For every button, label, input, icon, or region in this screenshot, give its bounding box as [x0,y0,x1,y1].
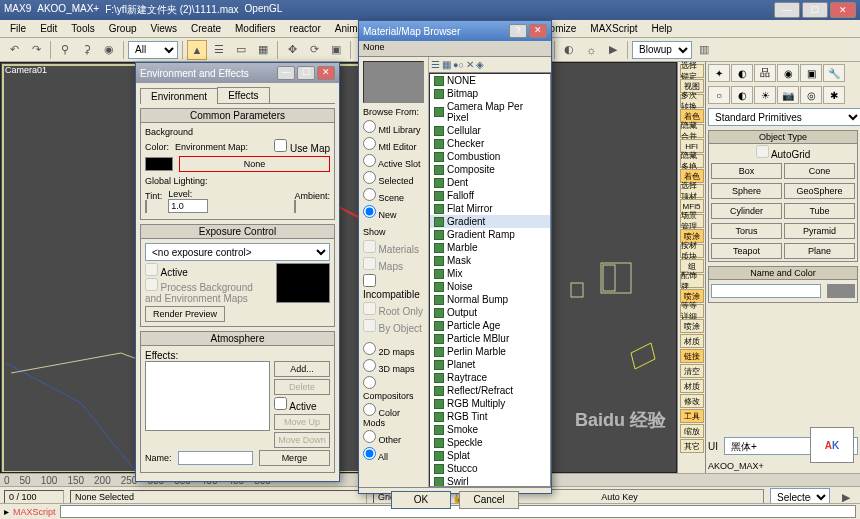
atmosphere-title[interactable]: Atmosphere [141,332,334,346]
mat-item[interactable]: Gradient Ramp [430,228,550,241]
bg-color-swatch[interactable] [145,157,173,171]
move-icon[interactable]: ✥ [282,40,302,60]
browse-mtl-editor[interactable]: Mtl Editor [363,136,424,153]
mat-item[interactable]: Swirl [430,475,550,487]
mat-item[interactable]: Output [430,306,550,319]
menu-tools[interactable]: Tools [65,22,100,35]
mat-item[interactable]: RGB Tint [430,410,550,423]
view-mode-select[interactable]: Blowup [632,41,692,59]
filter-other[interactable]: Other [363,429,424,446]
menu-help[interactable]: Help [646,22,679,35]
small-icons-icon[interactable]: ▦ [442,59,451,70]
prim-plane[interactable]: Plane [784,243,855,259]
autogrid-checkbox[interactable]: AutoGrid [756,149,811,160]
cn-tool-17[interactable]: 喷涂 [680,319,704,333]
moveup-button[interactable]: Move Up [274,414,330,430]
add-effect-button[interactable]: Add... [274,361,330,377]
menu-file[interactable]: File [4,22,32,35]
mat-help-icon[interactable]: ? [509,24,527,38]
lights-icon[interactable]: ☀ [754,86,776,104]
mat-item[interactable]: Stucco [430,462,550,475]
show-materials-check[interactable]: Materials [363,239,424,256]
menu-create[interactable]: Create [185,22,227,35]
browse-scene[interactable]: Scene [363,187,424,204]
cn-tool-16[interactable]: 等等详细 [680,304,704,318]
cn-tool-21[interactable]: 材质 [680,379,704,393]
delete-effect-button[interactable]: Delete [274,379,330,395]
env-map-slot[interactable]: None [179,156,330,172]
helpers-icon[interactable]: ◎ [800,86,822,104]
prim-pyramid[interactable]: Pyramid [784,223,855,239]
exposure-title[interactable]: Exposure Control [141,225,334,239]
effects-list[interactable] [145,361,270,431]
browse-mtl-library[interactable]: Mtl Library [363,119,424,136]
material-editor-icon[interactable]: ◐ [559,40,579,60]
cn-tool-18[interactable]: 材质 [680,334,704,348]
env-min-icon[interactable]: — [277,66,295,80]
object-color-swatch[interactable] [827,284,855,298]
window-crossing-icon[interactable]: ▦ [253,40,273,60]
select-name-icon[interactable]: ☰ [209,40,229,60]
display-tab-icon[interactable]: ▣ [800,64,822,82]
mat-item[interactable]: Perlin Marble [430,345,550,358]
effect-active-check[interactable]: Active [274,397,330,412]
object-name-field[interactable] [711,284,821,298]
render-preview-button[interactable]: Render Preview [145,306,225,322]
menu-views[interactable]: Views [145,22,184,35]
close-button[interactable]: ✕ [830,2,856,18]
shapes-icon[interactable]: ◐ [731,86,753,104]
list-view-icon[interactable]: ☰ [431,59,440,70]
rotate-icon[interactable]: ⟳ [304,40,324,60]
common-params-title[interactable]: Common Parameters [141,109,334,123]
env-close-icon[interactable]: ✕ [317,66,335,80]
minimize-button[interactable]: — [774,2,800,18]
render-icon[interactable]: ▶ [603,40,623,60]
browse-selected[interactable]: Selected [363,170,424,187]
mat-item[interactable]: Particle MBlur [430,332,550,345]
cn-tool-6[interactable]: 隐藏多艳 [680,154,704,168]
mat-item[interactable]: Noise [430,280,550,293]
menu-edit[interactable]: Edit [34,22,63,35]
show-incompat-check[interactable]: Incompatible [363,273,424,301]
mat-item[interactable]: Planet [430,358,550,371]
cn-tool-24[interactable]: 缩放 [680,424,704,438]
prim-teapot[interactable]: Teapot [711,243,782,259]
mat-item[interactable]: RGB Multiply [430,397,550,410]
cn-tool-10[interactable]: 场景管理 [680,214,704,228]
selection-filter[interactable]: All [128,41,178,59]
show-maps-check[interactable]: Maps [363,256,424,273]
menu-modifiers[interactable]: Modifiers [229,22,282,35]
unlink-icon[interactable]: ⚳ [77,40,97,60]
mat-ok-button[interactable]: OK [391,491,451,509]
menu-group[interactable]: Group [103,22,143,35]
maximize-button[interactable]: ☐ [802,2,828,18]
mat-item[interactable]: Composite [430,163,550,176]
prim-tube[interactable]: Tube [784,203,855,219]
prim-cylinder[interactable]: Cylinder [711,203,782,219]
mat-item[interactable]: Particle Age [430,319,550,332]
mat-item[interactable]: Marble [430,241,550,254]
systems-icon[interactable]: ✱ [823,86,845,104]
mat-item[interactable]: Combustion [430,150,550,163]
cn-tool-0[interactable]: 选择锁定 [680,64,704,78]
mat-item[interactable]: Normal Bump [430,293,550,306]
render-scene-icon[interactable]: ☼ [581,40,601,60]
filter-color-mods[interactable]: Color Mods [363,402,424,429]
tint-swatch[interactable] [145,200,147,213]
hierarchy-tab-icon[interactable]: 品 [754,64,776,82]
mat-item[interactable]: Falloff [430,189,550,202]
cameras-icon[interactable]: 📷 [777,86,799,104]
exposure-combo[interactable]: <no exposure control> [145,243,330,261]
modify-tab-icon[interactable]: ◐ [731,64,753,82]
mat-cancel-button[interactable]: Cancel [459,491,519,509]
prim-sphere[interactable]: Sphere [711,183,782,199]
cn-tool-19[interactable]: 链接 [680,349,704,363]
mat-item[interactable]: Smoke [430,423,550,436]
env-max-icon[interactable]: ☐ [297,66,315,80]
mat-item[interactable]: Camera Map Per Pixel [430,100,550,124]
prim-box[interactable]: Box [711,163,782,179]
cn-tool-12[interactable]: 按材质块 [680,244,704,258]
mat-close-icon[interactable]: ✕ [529,24,547,38]
scale-icon[interactable]: ▣ [326,40,346,60]
mat-item[interactable]: Checker [430,137,550,150]
